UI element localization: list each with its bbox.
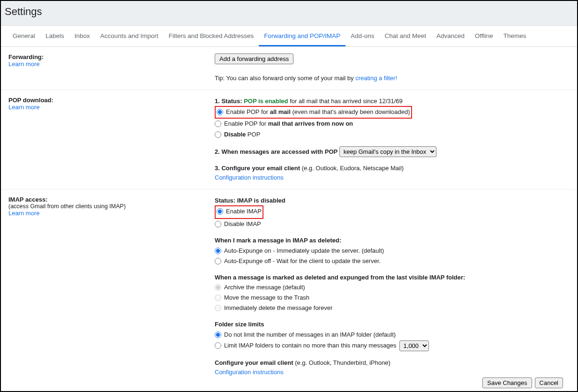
imap-no-limit-radio[interactable] [215, 332, 221, 338]
imap-limit-label: Limit IMAP folders to contain no more th… [224, 341, 397, 350]
imap-configure-row: Configure your email client (e.g. Outloo… [215, 358, 570, 368]
imap-folder-heading: Folder size limits [215, 320, 570, 329]
pop-download-section: POP download: Learn more 1. Status: POP … [1, 90, 577, 189]
imap-enable-radio[interactable] [217, 208, 223, 215]
save-changes-button[interactable]: Save Changes [482, 377, 532, 388]
imap-enable-label: Enable IMAP [226, 207, 262, 216]
pop-access-label: 2. When messages are accessed with POP [215, 148, 339, 155]
imap-configure-hint: (e.g. Outlook, Thunderbird, iPhone) [295, 359, 390, 366]
settings-tabs: General Labels Inbox Accounts and Import… [1, 26, 577, 47]
pop-disable-radio[interactable] [215, 131, 221, 138]
pop-status-prefix: 1. Status: [215, 98, 244, 105]
tab-offline[interactable]: Offline [470, 26, 498, 46]
imap-expunged-heading: When a message is marked as deleted and … [215, 273, 570, 282]
imap-expunge-on-radio[interactable] [215, 248, 221, 254]
tab-general[interactable]: General [8, 26, 40, 46]
tab-labels[interactable]: Labels [40, 26, 69, 46]
settings-header: Settings [1, 1, 577, 26]
pop-configure-label: 3. Configure your email client [215, 165, 302, 172]
pop-status-line: 1. Status: POP is enabled for all mail t… [215, 97, 570, 106]
imap-enable-row[interactable]: Enable IMAP [217, 206, 262, 217]
pop-disable-label: Disable POP [224, 130, 260, 139]
imap-expunge-off-row[interactable]: Auto-Expunge off - Wait for the client t… [215, 256, 570, 266]
imap-subtitle: (access Gmail from other clients using I… [8, 203, 215, 210]
pop-title: POP download: [8, 97, 215, 104]
tab-accounts[interactable]: Accounts and Import [95, 26, 164, 46]
pop-enable-all-radio[interactable] [217, 109, 223, 115]
imap-expunge-off-radio[interactable] [215, 258, 221, 264]
forwarding-tip-text: Tip: You can also forward only some of y… [215, 75, 355, 82]
pop-status-suffix: for all mail that has arrived since 12/3… [288, 98, 403, 105]
forwarding-body: Add a forwarding address Tip: You can al… [215, 53, 570, 83]
page-title: Settings [5, 6, 573, 18]
pop-body: 1. Status: POP is enabled for all mail t… [215, 97, 570, 182]
tab-advanced[interactable]: Advanced [431, 26, 470, 46]
forwarding-tip: Tip: You can also forward only some of y… [215, 74, 570, 83]
tab-chat-meet[interactable]: Chat and Meet [379, 26, 431, 46]
imap-disable-row[interactable]: Disable IMAP [215, 219, 570, 229]
imap-trash-radio[interactable] [215, 294, 221, 301]
pop-enable-all-row[interactable]: Enable POP for all mail (even mail that'… [217, 107, 410, 117]
imap-disable-label: Disable IMAP [224, 219, 261, 229]
imap-expunge-off-label: Auto-Expunge off - Wait for the client t… [224, 256, 381, 266]
pop-status-value: POP is enabled [244, 98, 288, 105]
tab-themes[interactable]: Themes [498, 26, 532, 46]
tab-forwarding-pop-imap[interactable]: Forwarding and POP/IMAP [259, 26, 345, 46]
imap-limit-row[interactable]: Limit IMAP folders to contain no more th… [215, 340, 570, 352]
imap-access-section: IMAP access: (access Gmail from other cl… [1, 189, 577, 384]
imap-trash-label: Move the message to the Trash [224, 293, 309, 302]
imap-expunge-on-row[interactable]: Auto-Expunge on - Immediately update the… [215, 246, 570, 256]
pop-disable-row[interactable]: Disable POP [215, 129, 570, 140]
pop-enable-now-label: Enable POP for mail that arrives from no… [224, 119, 353, 128]
pop-configure-row: 3. Configure your email client (e.g. Out… [215, 164, 570, 173]
pop-access-select[interactable]: keep Gmail's copy in the Inbox [339, 146, 436, 157]
imap-label-col: IMAP access: (access Gmail from other cl… [8, 196, 215, 377]
create-filter-link[interactable]: creating a filter! [355, 75, 397, 82]
forwarding-title: Forwarding: [8, 53, 215, 60]
tab-filters[interactable]: Filters and Blocked Addresses [164, 26, 259, 46]
imap-status: Status: IMAP is disabled [215, 196, 570, 205]
imap-config-instructions-link[interactable]: Configuration instructions [215, 368, 570, 377]
imap-body: Status: IMAP is disabled Enable IMAP Dis… [215, 196, 570, 377]
imap-archive-radio[interactable] [215, 284, 221, 291]
imap-no-limit-label: Do not limit the number of messages in a… [224, 330, 396, 339]
footer-buttons: Save Changes Cancel [482, 377, 563, 388]
tab-inbox[interactable]: Inbox [69, 26, 95, 46]
add-forwarding-address-button[interactable]: Add a forwarding address [215, 53, 293, 64]
imap-archive-row[interactable]: Archive the message (default) [215, 282, 570, 293]
cancel-button[interactable]: Cancel [535, 377, 563, 388]
pop-enable-now-radio[interactable] [215, 121, 221, 127]
pop-enable-all-label: Enable POP for all mail (even mail that'… [226, 107, 410, 117]
pop-label-col: POP download: Learn more [8, 97, 215, 182]
imap-delete-forever-label: Immediately delete the message forever [224, 303, 332, 313]
imap-delete-forever-radio[interactable] [215, 305, 221, 311]
imap-deleted-heading: When I mark a message in IMAP as deleted… [215, 236, 570, 245]
imap-no-limit-row[interactable]: Do not limit the number of messages in a… [215, 330, 570, 340]
imap-trash-row[interactable]: Move the message to the Trash [215, 293, 570, 303]
highlight-pop-all-mail: Enable POP for all mail (even mail that'… [215, 106, 412, 119]
imap-delete-forever-row[interactable]: Immediately delete the message forever [215, 303, 570, 313]
imap-expunge-on-label: Auto-Expunge on - Immediately update the… [224, 246, 384, 256]
pop-learn-more-link[interactable]: Learn more [8, 104, 215, 111]
imap-configure-label: Configure your email client [215, 359, 295, 366]
imap-learn-more-link[interactable]: Learn more [8, 210, 215, 217]
imap-disable-radio[interactable] [215, 221, 221, 227]
imap-limit-select[interactable]: 1,000 [399, 340, 429, 351]
pop-access-row: 2. When messages are accessed with POP k… [215, 146, 570, 157]
imap-title: IMAP access: [8, 196, 215, 203]
pop-configure-hint: (e.g. Outlook, Eudora, Netscape Mail) [302, 165, 404, 172]
forwarding-learn-more-link[interactable]: Learn more [8, 60, 215, 68]
forwarding-section: Forwarding: Learn more Add a forwarding … [1, 47, 577, 90]
forwarding-label-col: Forwarding: Learn more [8, 53, 215, 83]
tab-addons[interactable]: Add-ons [345, 26, 379, 46]
highlight-enable-imap: Enable IMAP [215, 205, 263, 219]
imap-archive-label: Archive the message (default) [224, 283, 305, 292]
imap-limit-radio[interactable] [215, 342, 221, 349]
settings-content: Forwarding: Learn more Add a forwarding … [1, 47, 577, 384]
pop-enable-now-row[interactable]: Enable POP for mail that arrives from no… [215, 119, 570, 129]
pop-config-instructions-link[interactable]: Configuration instructions [215, 173, 570, 182]
